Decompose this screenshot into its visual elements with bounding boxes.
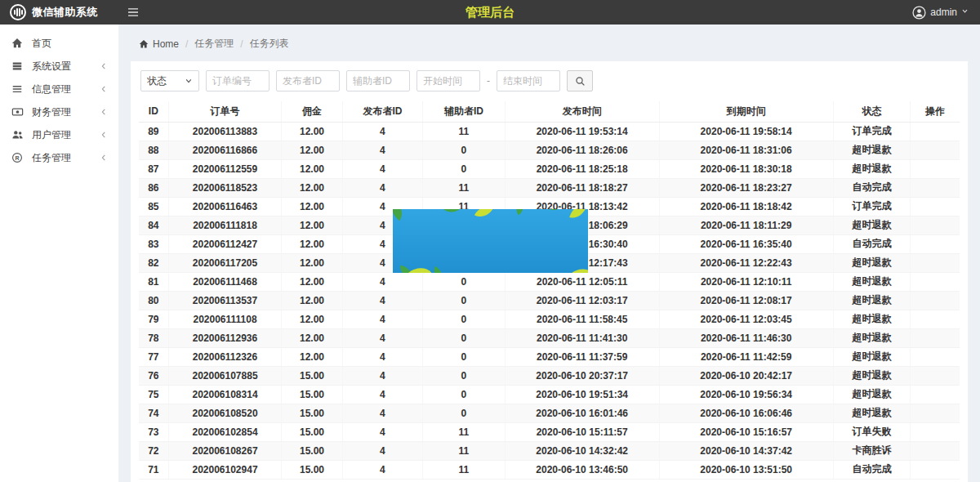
search-button[interactable]: [567, 70, 593, 91]
assistant-id-input[interactable]: [346, 70, 410, 91]
table-cell: 2020-06-10 14:37:42: [659, 441, 833, 460]
table-cell: [911, 141, 960, 159]
sidebar-item-home[interactable]: 首页: [0, 32, 118, 55]
table-cell: 4: [342, 310, 422, 328]
task-table-wrapper: ID订单号佣金发布者ID辅助者ID发布时间到期时间状态操作 8920200611…: [139, 101, 960, 480]
table-cell: 自动完成: [833, 234, 910, 253]
table-cell: 202006108267: [168, 441, 282, 460]
start-time-input[interactable]: [416, 70, 480, 91]
breadcrumb-task-management[interactable]: 任务管理: [194, 37, 234, 51]
table-cell: 0: [423, 272, 506, 291]
table-cell: 202006118523: [168, 178, 282, 197]
sidebar-item-user-management[interactable]: 用户管理: [0, 123, 118, 146]
column-header: 佣金: [282, 101, 342, 122]
table-cell: 74: [139, 404, 168, 422]
table-cell: 0: [423, 347, 506, 366]
table-cell: 71: [139, 460, 168, 479]
chevron-left-icon: [100, 85, 108, 93]
table-cell: 2020-06-11 11:58:45: [505, 310, 659, 328]
table-cell: 79: [139, 310, 168, 328]
leaf-icon: [430, 266, 446, 273]
table-cell: 4: [342, 366, 422, 385]
table-cell: 202006116463: [168, 197, 282, 216]
order-no-input[interactable]: [206, 70, 270, 91]
sidebar-item-finance-management[interactable]: 财务管理: [0, 100, 118, 123]
table-cell: [911, 234, 960, 253]
leaf-icon: [474, 209, 493, 221]
table-cell: 2020-06-11 11:42:59: [659, 347, 833, 366]
sidebar-item-system-settings[interactable]: 系统设置: [0, 55, 118, 78]
leaf-icon: [570, 262, 588, 273]
table-row: 7920200611110812.00402020-06-11 11:58:45…: [139, 310, 960, 328]
leaf-icon: [569, 209, 587, 221]
table-cell: 73: [139, 422, 168, 441]
table-cell: 85: [139, 197, 168, 216]
table-cell: 2020-06-11 18:18:27: [505, 178, 659, 197]
status-select[interactable]: 状态: [140, 70, 199, 91]
table-cell: 2020-06-10 14:32:42: [505, 441, 659, 460]
table-cell: 超时退款: [833, 291, 910, 310]
table-cell: 202006108314: [168, 385, 282, 404]
home-icon: [139, 39, 149, 49]
table-cell: [911, 178, 960, 197]
table-cell: 自动完成: [833, 178, 910, 197]
table-cell: 202006107885: [168, 366, 282, 385]
table-cell: 超时退款: [833, 159, 910, 178]
table-cell: 2020-06-10 16:06:46: [659, 404, 833, 422]
home-icon: [11, 38, 24, 49]
breadcrumb-home[interactable]: Home: [139, 38, 179, 50]
table-cell: 11: [423, 422, 506, 441]
table-cell: 2020-06-11 18:30:18: [659, 159, 833, 178]
table-cell: 2020-06-10 13:46:50: [505, 460, 659, 479]
table-cell: 2020-06-11 18:25:18: [505, 159, 659, 178]
table-cell: 12.00: [282, 272, 342, 291]
table-cell: 2020-06-11 12:10:11: [659, 272, 833, 291]
table-cell: 4: [342, 328, 422, 347]
table-cell: 超时退款: [833, 272, 910, 291]
publisher-id-input[interactable]: [276, 70, 340, 91]
user-menu[interactable]: admin: [912, 6, 980, 20]
table-cell: 15.00: [282, 422, 342, 441]
admin-page: { "header": { "brand": "微信辅助系统", "title"…: [0, 0, 980, 482]
table-cell: 72: [139, 441, 168, 460]
table-cell: 12.00: [282, 310, 342, 328]
table-row: 7520200610831415.00402020-06-10 19:51:34…: [139, 385, 960, 404]
username: admin: [930, 7, 957, 18]
table-cell: 超时退款: [833, 385, 910, 404]
table-cell: [911, 253, 960, 272]
sidebar-item-info-management[interactable]: 信息管理: [0, 78, 118, 100]
table-row: 7220200610826715.004112020-06-10 14:32:4…: [139, 441, 960, 460]
table-cell: 0: [423, 385, 506, 404]
table-cell: [911, 385, 960, 404]
column-header: 到期时间: [659, 101, 833, 122]
table-cell: 超时退款: [833, 347, 910, 366]
table-cell: [911, 460, 960, 479]
sidebar-item-label: 任务管理: [32, 151, 100, 165]
table-cell: 自动完成: [833, 460, 910, 479]
table-cell: 4: [342, 404, 422, 422]
sidebar-item-task-management[interactable]: R任务管理: [0, 146, 118, 169]
table-cell: [911, 197, 960, 216]
table-cell: [911, 422, 960, 441]
table-cell: 超时退款: [833, 366, 910, 385]
end-time-input[interactable]: [497, 70, 560, 91]
sidebar-item-label: 财务管理: [32, 105, 100, 119]
table-cell: 12.00: [282, 159, 342, 178]
table-cell: 12.00: [282, 234, 342, 253]
hamburger-menu-icon[interactable]: [127, 7, 139, 17]
table-cell: 12.00: [282, 197, 342, 216]
table-row: 7620200610788515.00402020-06-10 20:37:17…: [139, 366, 960, 385]
table-cell: 卡商胜诉: [833, 441, 910, 460]
table-row: 7420200610852015.00402020-06-10 16:01:46…: [139, 404, 960, 422]
brand[interactable]: 微信辅助系统: [0, 4, 116, 20]
filter-bar: 状态 -: [139, 69, 960, 101]
table-cell: 2020-06-10 19:56:34: [659, 385, 833, 404]
money-icon: [11, 106, 24, 118]
table-cell: 81: [139, 272, 168, 291]
table-cell: 11: [423, 441, 506, 460]
table-cell: 2020-06-11 12:05:11: [505, 272, 659, 291]
table-cell: 2020-06-10 15:11:57: [505, 422, 659, 441]
table-cell: 0: [423, 141, 506, 159]
table-row: 7120200610294715.004112020-06-10 13:46:5…: [139, 460, 960, 479]
table-cell: 2020-06-11 16:35:40: [659, 234, 833, 253]
